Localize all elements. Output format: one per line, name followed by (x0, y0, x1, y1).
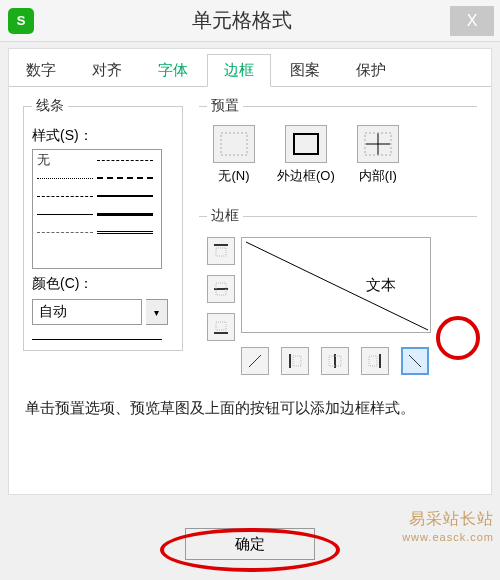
preset-legend: 预置 (207, 97, 243, 115)
style-dash2[interactable] (37, 196, 93, 197)
line-legend: 线条 (32, 97, 68, 115)
border-mid-h-button[interactable] (207, 275, 235, 303)
tab-border[interactable]: 边框 (207, 54, 271, 87)
style-solid-thin[interactable] (37, 214, 93, 215)
border-group: 边框 文本 (199, 207, 477, 385)
line-group: 线条 样式(S)： 无 (23, 97, 183, 351)
style-dotted[interactable] (37, 178, 93, 179)
svg-rect-18 (369, 356, 377, 366)
tab-protect[interactable]: 保护 (339, 54, 403, 87)
line-style-list[interactable]: 无 (32, 149, 162, 269)
dialog-body: 数字 对齐 字体 边框 图案 保护 线条 样式(S)： 无 (8, 48, 492, 495)
watermark: 易采站长站 www.easck.com (402, 509, 494, 544)
border-top-button[interactable] (207, 237, 235, 265)
style-label: 样式(S)： (32, 127, 174, 145)
style-none[interactable]: 无 (37, 151, 50, 169)
style-dash-med[interactable] (97, 177, 153, 179)
svg-line-12 (249, 355, 261, 367)
border-right-button[interactable] (361, 347, 389, 375)
style-double[interactable] (97, 231, 153, 234)
style-solid-med[interactable] (97, 195, 153, 197)
border-legend: 边框 (207, 207, 243, 225)
svg-rect-0 (221, 133, 247, 155)
color-underline (32, 339, 162, 340)
preview-text: 文本 (366, 276, 396, 295)
border-left-button[interactable] (281, 347, 309, 375)
color-label: 颜色(C)： (32, 275, 174, 293)
color-dropdown-arrow[interactable]: ▾ (146, 299, 168, 325)
preset-none-icon (219, 131, 249, 157)
app-icon: S (8, 8, 34, 34)
preset-inside[interactable]: 内部(I) (357, 125, 399, 185)
tab-strip: 数字 对齐 字体 边框 图案 保护 (9, 49, 491, 87)
preset-inside-icon (363, 131, 393, 157)
color-dropdown[interactable]: 自动 (32, 299, 142, 325)
preview-diagonal (242, 238, 432, 334)
titlebar: S 单元格格式 X (0, 0, 500, 42)
ok-button[interactable]: 确定 (185, 528, 315, 560)
tab-content: 线条 样式(S)： 无 (9, 87, 491, 494)
svg-line-11 (246, 242, 428, 330)
style-dash3[interactable] (37, 232, 93, 233)
border-diag-up-button[interactable] (241, 347, 269, 375)
border-preview[interactable]: 文本 (241, 237, 431, 333)
close-button[interactable]: X (450, 6, 494, 36)
border-diag-down-button[interactable] (401, 347, 429, 375)
style-dash-thin[interactable] (97, 160, 153, 161)
tab-pattern[interactable]: 图案 (273, 54, 337, 87)
tab-number[interactable]: 数字 (9, 54, 73, 87)
tab-align[interactable]: 对齐 (75, 54, 139, 87)
border-mid-v-button[interactable] (321, 347, 349, 375)
dialog-title: 单元格格式 (34, 7, 450, 34)
preset-group: 预置 无(N) 外边框(O) 内部(I) (199, 97, 477, 195)
svg-rect-1 (294, 134, 318, 154)
style-solid-thick[interactable] (97, 213, 153, 216)
preset-outline-icon (291, 131, 321, 157)
tab-font[interactable]: 字体 (141, 54, 205, 87)
svg-rect-10 (216, 322, 226, 330)
preset-none[interactable]: 无(N) (213, 125, 255, 185)
preset-outline[interactable]: 外边框(O) (277, 125, 335, 185)
hint-text: 单击预置选项、预览草图及上面的按钮可以添加边框样式。 (25, 397, 475, 420)
svg-line-19 (409, 355, 421, 367)
svg-rect-14 (293, 356, 301, 366)
svg-rect-6 (216, 248, 226, 256)
border-bottom-button[interactable] (207, 313, 235, 341)
